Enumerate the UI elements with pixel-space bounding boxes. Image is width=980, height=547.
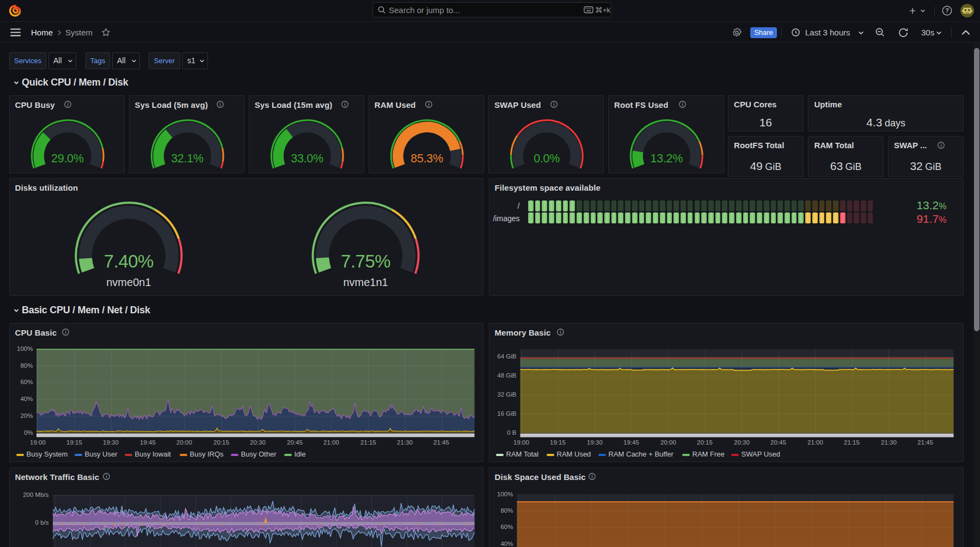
svg-text:7.40%: 7.40%	[103, 251, 153, 271]
svg-text:?: ?	[945, 7, 949, 14]
svg-text:nvme1n1: nvme1n1	[343, 276, 388, 288]
svg-text:nvme0n1: nvme0n1	[106, 276, 151, 288]
svg-text:7.75%: 7.75%	[341, 251, 390, 271]
